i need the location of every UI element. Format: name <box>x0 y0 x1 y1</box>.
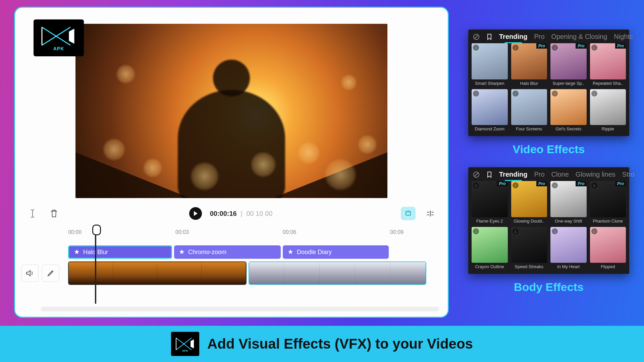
bookmark-icon[interactable] <box>486 171 492 178</box>
tab-pro[interactable]: Pro <box>534 33 544 41</box>
effect-thumbnail: ↓ <box>511 89 547 125</box>
delete-button[interactable] <box>47 207 61 220</box>
split-mirror-button[interactable] <box>424 207 437 220</box>
effect-item[interactable]: ↓Diamond Zoom <box>472 89 508 132</box>
effect-item[interactable]: ↓ProFlame Eyes 2 <box>472 181 508 224</box>
download-icon: ↓ <box>591 228 597 234</box>
effect-item[interactable]: ↓Four Screens <box>511 89 547 132</box>
video-effects-tabs: TrendingProOpening & ClosingNightc <box>472 33 626 43</box>
effect-label: Four Screens <box>511 126 547 131</box>
effect-item[interactable]: ↓ProHalo Blur <box>511 43 547 86</box>
effect-item[interactable]: ↓ProOne-way Shift <box>550 181 587 224</box>
effect-thumbnail: ↓ <box>590 89 626 125</box>
effect-label: Diamond Zoom <box>472 126 508 131</box>
body-effects-panel: TrendingProCloneGlowing linesStro ↓ProFl… <box>468 167 629 274</box>
effect-item[interactable]: ↓Girl's Secrets <box>550 89 587 132</box>
download-icon: ↓ <box>473 90 479 97</box>
effect-label: Glowing Doubl.. <box>511 219 547 224</box>
total-time: 00 10 00 <box>246 210 272 217</box>
effect-item[interactable]: ↓Smart Sharpen <box>472 43 508 86</box>
none-icon[interactable] <box>473 34 480 40</box>
body-effects-title: Body Effects <box>468 281 629 294</box>
tab-nightc[interactable]: Nightc <box>614 33 633 41</box>
enhance-button[interactable] <box>401 207 416 220</box>
tab-glowing-lines[interactable]: Glowing lines <box>576 171 615 178</box>
timeline-area: 00:00 00:03 00:06 00:09 Halo BlurChromo-… <box>17 225 446 314</box>
app-logo: APK <box>34 19 84 56</box>
effect-label: Girl's Secrets <box>550 126 587 131</box>
download-icon: ↓ <box>552 228 558 234</box>
effect-label: Crayon Outline <box>472 264 508 269</box>
pro-badge: Pro <box>497 181 507 186</box>
download-icon: ↓ <box>591 90 597 97</box>
playhead[interactable] <box>95 227 96 304</box>
download-icon: ↓ <box>591 45 597 51</box>
effect-item[interactable]: ↓Crayon Outline <box>472 227 508 269</box>
download-icon: ↓ <box>513 182 519 188</box>
effect-label: Smart Sharpen <box>472 81 508 86</box>
download-icon: ↓ <box>473 228 479 234</box>
mute-toggle-button[interactable] <box>21 264 39 282</box>
effect-thumbnail: ↓ <box>550 227 587 263</box>
pro-badge: Pro <box>536 43 547 49</box>
current-time: 00:00:16 <box>210 210 237 217</box>
video-track-row <box>21 261 442 285</box>
timeline-scrollbar[interactable] <box>41 307 439 311</box>
pro-badge: Pro <box>615 181 626 186</box>
effect-item[interactable]: ↓Flipped <box>590 227 626 269</box>
effect-item[interactable]: ↓In My Heart <box>550 227 587 269</box>
effect-item[interactable]: ↓Speed Streaks <box>511 227 547 269</box>
effect-label: Super-large Sp.. <box>550 81 587 86</box>
download-icon: ↓ <box>473 45 479 51</box>
tab-pro[interactable]: Pro <box>534 171 544 178</box>
text-cursor-tool-button[interactable] <box>26 207 39 220</box>
edit-tool-button[interactable] <box>42 264 59 282</box>
download-icon: ↓ <box>513 45 519 51</box>
effect-item[interactable]: ↓ProSuper-large Sp.. <box>550 43 587 86</box>
effect-label: Flipped <box>590 264 626 269</box>
download-icon: ↓ <box>552 45 558 51</box>
tab-trending[interactable]: Trending <box>499 171 527 178</box>
video-preview[interactable] <box>75 24 387 198</box>
player-controls: 00:00:16 | 00 10 00 <box>17 202 446 225</box>
banner-logo: APK <box>171 332 199 356</box>
effects-track: Halo BlurChromo-zoomDoodle Diary <box>68 245 442 259</box>
tab-clone[interactable]: Clone <box>551 171 569 178</box>
download-icon: ↓ <box>552 182 558 188</box>
effect-clip[interactable]: Doodle Diary <box>283 245 389 259</box>
effect-item[interactable]: ↓ProPhantom Clone <box>590 181 626 224</box>
none-icon[interactable] <box>473 171 480 178</box>
effect-clip[interactable]: Chromo-zoom <box>174 245 281 259</box>
bookmark-icon[interactable] <box>486 34 492 40</box>
download-icon: ↓ <box>513 90 519 97</box>
body-effects-tabs: TrendingProCloneGlowing linesStro <box>472 171 626 181</box>
effect-label: One-way Shift <box>550 219 587 224</box>
timeline-ruler[interactable]: 00:00 00:03 00:06 00:09 <box>68 227 442 237</box>
pro-badge: Pro <box>615 43 626 49</box>
effect-thumbnail: ↓Pro <box>550 43 587 79</box>
play-button[interactable] <box>189 207 202 220</box>
effect-thumbnail: ↓ <box>472 227 508 263</box>
tab-trending[interactable]: Trending <box>499 33 527 41</box>
time-display: 00:00:16 | 00 10 00 <box>210 210 273 218</box>
tab-stro[interactable]: Stro <box>622 171 635 178</box>
effect-label: Halo Blur <box>511 81 547 86</box>
effect-item[interactable]: ↓ProRepeated Sha.. <box>590 43 626 86</box>
tab-opening-closing[interactable]: Opening & Closing <box>551 33 607 41</box>
effect-thumbnail: ↓ <box>550 89 587 125</box>
effect-thumbnail: ↓Pro <box>590 43 626 79</box>
ruler-mark: 00:09 <box>390 229 404 235</box>
video-editor-window: APK <box>14 7 449 318</box>
effect-item[interactable]: ↓ProGlowing Doubl.. <box>511 181 547 224</box>
effect-item[interactable]: ↓Ripple <box>590 89 626 132</box>
effect-thumbnail: ↓Pro <box>472 181 508 217</box>
video-clip[interactable] <box>249 261 426 285</box>
effect-label: Ripple <box>590 126 626 131</box>
bottom-banner: APK Add Visual Effects (VFX) to your Vid… <box>0 326 644 362</box>
effect-thumbnail: ↓Pro <box>511 43 547 79</box>
svg-rect-0 <box>406 212 411 215</box>
effect-label: Phantom Clone <box>590 219 626 224</box>
effect-clip[interactable]: Halo Blur <box>68 245 172 259</box>
effect-thumbnail: ↓ <box>511 227 547 263</box>
effect-thumbnail: ↓Pro <box>550 181 587 217</box>
